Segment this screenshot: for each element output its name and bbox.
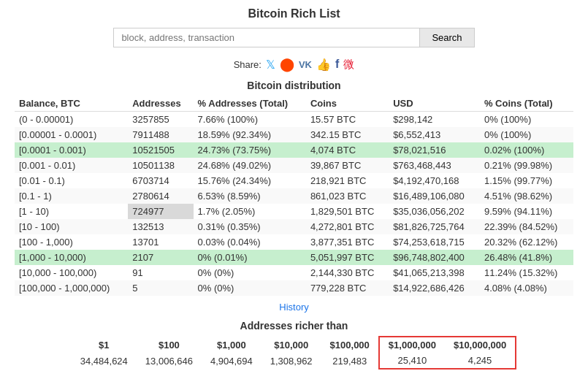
reddit-icon[interactable]: ⬤	[280, 56, 294, 72]
richer-value-cell: 25,410	[379, 353, 445, 369]
col-addresses: Addresses	[128, 96, 193, 112]
usd-cell: $16,489,106,080	[389, 188, 480, 204]
pct-coins-cell: 0% (100%)	[480, 112, 573, 128]
usd-cell: $14,922,686,426	[389, 280, 480, 296]
distribution-table: Balance, BTC Addresses % Addresses (Tota…	[15, 96, 573, 296]
richer-header-cell: $1,000,000	[379, 337, 445, 353]
table-row: [0.00001 - 0.0001)791148818.59% (92.34%)…	[15, 127, 573, 142]
usd-cell: $41,065,213,398	[389, 265, 480, 280]
balance-cell: [1,000 - 10,000)	[15, 250, 128, 265]
pct-addr-cell: 6.53% (8.59%)	[194, 188, 306, 204]
usd-cell: $298,142	[389, 112, 480, 128]
richer-value-cell: 34,484,624	[72, 353, 137, 369]
pct-addr-cell: 0.31% (0.35%)	[194, 219, 306, 234]
balance-cell: [100 - 1,000)	[15, 234, 128, 250]
col-pct-addr: % Addresses (Total)	[194, 96, 306, 112]
richer-value-cell: 13,006,646	[137, 353, 202, 369]
share-bar: Share: 𝕏 ⬤ VK 👍 f 微	[15, 56, 573, 72]
balance-cell: [0.01 - 0.1)	[15, 173, 128, 188]
usd-cell: $81,826,725,764	[389, 219, 480, 234]
pct-addr-cell: 24.73% (73.75%)	[194, 142, 306, 158]
usd-cell: $763,468,443	[389, 158, 480, 173]
table-row: [1 - 10)7249771.7% (2.05%)1,829,501 BTC$…	[15, 204, 573, 219]
richer-than-title: Addresses richer than	[15, 320, 573, 332]
table-row: [100,000 - 1,000,000)50% (0%)779,228 BTC…	[15, 280, 573, 296]
pct-addr-cell: 0.03% (0.04%)	[194, 234, 306, 250]
richer-header-row: $1$100$1,000$10,000$100,000$1,000,000$10…	[72, 337, 516, 353]
balance-cell: [10 - 100)	[15, 219, 128, 234]
richer-header-cell: $10,000,000	[445, 337, 516, 353]
table-row: [0.001 - 0.01)1050113824.68% (49.02%)39,…	[15, 158, 573, 173]
coins-cell: 15.57 BTC	[306, 112, 389, 128]
balance-cell: [0.1 - 1)	[15, 188, 128, 204]
coins-cell: 861,023 BTC	[306, 188, 389, 204]
coins-cell: 1,829,501 BTC	[306, 204, 389, 219]
usd-cell: $74,253,618,715	[389, 234, 480, 250]
pct-addr-cell: 0% (0%)	[194, 265, 306, 280]
richer-value-cell: 4,904,694	[202, 353, 261, 369]
addresses-cell: 2780614	[128, 188, 193, 204]
distribution-section-title: Bitcoin distribution	[15, 80, 573, 91]
table-row: (0 - 0.00001)32578557.66% (100%)15.57 BT…	[15, 112, 573, 128]
table-row: [10 - 100)1325130.31% (0.35%)4,272,801 B…	[15, 219, 573, 234]
richer-header-cell: $10,000	[261, 337, 321, 353]
weibo-icon[interactable]: 微	[343, 58, 354, 72]
addresses-cell: 3257855	[128, 112, 193, 128]
pct-coins-cell: 9.59% (94.11%)	[480, 204, 573, 219]
col-coins: Coins	[306, 96, 389, 112]
balance-cell: [0.00001 - 0.0001)	[15, 127, 128, 142]
addresses-cell: 6703714	[128, 173, 193, 188]
usd-cell: $96,748,802,400	[389, 250, 480, 265]
addresses-cell: 91	[128, 265, 193, 280]
table-row: [10,000 - 100,000)910% (0%)2,144,330 BTC…	[15, 265, 573, 280]
addresses-cell: 10501138	[128, 158, 193, 173]
vk-icon[interactable]: VK	[299, 59, 312, 70]
table-row: [0.01 - 0.1)670371415.76% (24.34%)218,92…	[15, 173, 573, 188]
coins-cell: 2,144,330 BTC	[306, 265, 389, 280]
pct-coins-cell: 26.48% (41.8%)	[480, 250, 573, 265]
usd-cell: $4,192,470,168	[389, 173, 480, 188]
richer-header-cell: $1	[72, 337, 137, 353]
addresses-cell: 13701	[128, 234, 193, 250]
pct-coins-cell: 4.51% (98.62%)	[480, 188, 573, 204]
balance-cell: [0.0001 - 0.001)	[15, 142, 128, 158]
col-pct-coins: % Coins (Total)	[480, 96, 573, 112]
usd-cell: $35,036,056,202	[389, 204, 480, 219]
coins-cell: 342.15 BTC	[306, 127, 389, 142]
table-row: [100 - 1,000)137010.03% (0.04%)3,877,351…	[15, 234, 573, 250]
addresses-cell: 724977	[128, 204, 193, 219]
coins-cell: 779,228 BTC	[306, 280, 389, 296]
richer-than-table: $1$100$1,000$10,000$100,000$1,000,000$10…	[72, 336, 516, 370]
search-button[interactable]: Search	[420, 28, 474, 47]
richer-values-row: 34,484,62413,006,6464,904,6941,308,96221…	[72, 353, 516, 369]
addresses-cell: 2107	[128, 250, 193, 265]
addresses-cell: 5	[128, 280, 193, 296]
richer-header-cell: $100	[137, 337, 202, 353]
pct-coins-cell: 0% (100%)	[480, 127, 573, 142]
richer-header-cell: $100,000	[321, 337, 379, 353]
page-title: Bitcoin Rich List	[15, 7, 573, 20]
usd-cell: $6,552,413	[389, 127, 480, 142]
usd-cell: $78,021,516	[389, 142, 480, 158]
balance-cell: [1 - 10)	[15, 204, 128, 219]
pct-addr-cell: 24.68% (49.02%)	[194, 158, 306, 173]
col-balance: Balance, BTC	[15, 96, 128, 112]
balance-cell: [100,000 - 1,000,000)	[15, 280, 128, 296]
coins-cell: 4,272,801 BTC	[306, 219, 389, 234]
table-row: [0.0001 - 0.001)1052150524.73% (73.75%)4…	[15, 142, 573, 158]
history-link[interactable]: History	[279, 302, 308, 313]
like-icon[interactable]: 👍	[316, 58, 331, 72]
balance-cell: [10,000 - 100,000)	[15, 265, 128, 280]
coins-cell: 218,921 BTC	[306, 173, 389, 188]
search-input[interactable]	[113, 28, 420, 47]
pct-addr-cell: 15.76% (24.34%)	[194, 173, 306, 188]
coins-cell: 39,867 BTC	[306, 158, 389, 173]
coins-cell: 5,051,997 BTC	[306, 250, 389, 265]
pct-coins-cell: 4.08% (4.08%)	[480, 280, 573, 296]
pct-coins-cell: 0.21% (99.98%)	[480, 158, 573, 173]
pct-addr-cell: 1.7% (2.05%)	[194, 204, 306, 219]
twitter-icon[interactable]: 𝕏	[266, 58, 275, 72]
table-row: [0.1 - 1)27806146.53% (8.59%)861,023 BTC…	[15, 188, 573, 204]
facebook-icon[interactable]: f	[335, 58, 339, 71]
richer-value-cell: 4,245	[445, 353, 516, 369]
